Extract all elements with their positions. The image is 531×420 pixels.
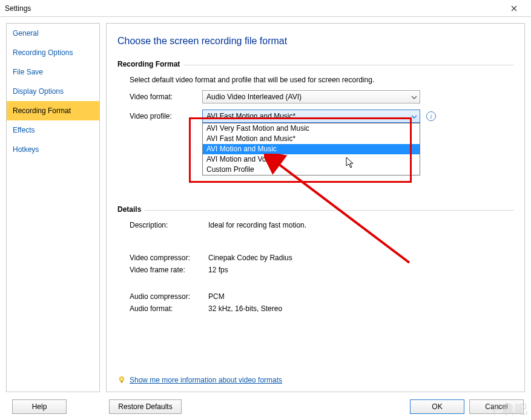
cancel-button[interactable]: Cancel — [469, 399, 524, 414]
dropdown-item[interactable]: AVI Very Fast Motion and Music — [203, 123, 420, 134]
select-video-format-value: Audio Video Interleaved (AVI) — [206, 93, 302, 101]
row-video-profile: Video profile: AVI Fast Motion and Music… — [130, 110, 513, 123]
group-legend-details: Details — [117, 205, 145, 214]
chevron-down-icon — [411, 113, 417, 119]
label-audio-compressor: Audio compressor: — [130, 292, 208, 301]
dropdown-item[interactable]: AVI Motion and Music — [203, 144, 420, 154]
group-details: Details Description: Ideal for recording… — [117, 205, 513, 313]
svg-rect-1 — [120, 381, 122, 383]
value-description: Ideal for recording fast motion. — [208, 221, 306, 229]
sidebar-item-general[interactable]: General — [7, 24, 99, 43]
label-description: Description: — [130, 221, 208, 229]
help-button[interactable]: Help — [12, 399, 67, 414]
dropdown-item[interactable]: AVI Fast Motion and Music* — [203, 134, 420, 144]
recording-description: Select default video format and profile … — [130, 76, 513, 84]
dialog-footer: Help Restore Defaults OK Cancel — [0, 393, 531, 420]
info-icon[interactable]: i — [426, 111, 436, 121]
group-legend-recording: Recording Format — [117, 60, 183, 68]
page-heading: Choose the screen recording file format — [117, 36, 513, 47]
window-title: Settings — [5, 4, 502, 13]
dropdown-video-profile[interactable]: AVI Very Fast Motion and Music AVI Fast … — [202, 123, 420, 176]
label-audio-format: Audio format: — [130, 304, 208, 313]
svg-point-0 — [119, 377, 124, 381]
ok-button[interactable]: OK — [410, 399, 464, 414]
close-icon — [511, 5, 517, 11]
select-video-format[interactable]: Audio Video Interleaved (AVI) — [202, 90, 420, 103]
sidebar-item-hotkeys[interactable]: Hotkeys — [7, 140, 99, 159]
more-info-link[interactable]: Show me more information about video for… — [130, 376, 282, 384]
value-audio-format: 32 kHz, 16-bits, Stereo — [208, 304, 282, 313]
titlebar: Settings — [0, 0, 531, 17]
dialog-body: General Recording Options File Save Disp… — [0, 17, 531, 392]
sidebar-item-file-save[interactable]: File Save — [7, 62, 99, 82]
value-audio-compressor: PCM — [208, 292, 225, 301]
group-recording-format: Recording Format Select default video fo… — [117, 60, 513, 181]
chevron-down-icon — [411, 94, 417, 100]
sidebar-item-display-options[interactable]: Display Options — [7, 82, 99, 101]
settings-sidebar: General Recording Options File Save Disp… — [6, 23, 100, 392]
sidebar-item-recording-options[interactable]: Recording Options — [7, 43, 99, 62]
label-video-profile: Video profile: — [130, 112, 202, 120]
sidebar-item-effects[interactable]: Effects — [7, 120, 99, 140]
select-video-profile[interactable]: AVI Fast Motion and Music* — [202, 110, 420, 123]
restore-defaults-button[interactable]: Restore Defaults — [109, 399, 182, 414]
label-video-frame-rate: Video frame rate: — [130, 266, 208, 274]
select-video-profile-value: AVI Fast Motion and Music* — [206, 112, 295, 120]
label-video-format: Video format: — [130, 93, 202, 101]
row-video-format: Video format: Audio Video Interleaved (A… — [130, 90, 513, 103]
label-video-compressor: Video compressor: — [130, 254, 208, 262]
settings-content: Choose the screen recording file format … — [106, 23, 525, 392]
value-video-frame-rate: 12 fps — [208, 266, 228, 274]
dropdown-item[interactable]: Custom Profile — [203, 165, 420, 175]
lightbulb-icon — [117, 376, 126, 384]
sidebar-item-recording-format[interactable]: Recording Format — [7, 101, 99, 120]
dropdown-item[interactable]: AVI Motion and Voice — [203, 154, 420, 165]
more-info-link-row: Show me more information about video for… — [117, 376, 282, 384]
value-video-compressor: Cinepak Codec by Radius — [208, 254, 292, 262]
close-button[interactable] — [502, 0, 526, 17]
